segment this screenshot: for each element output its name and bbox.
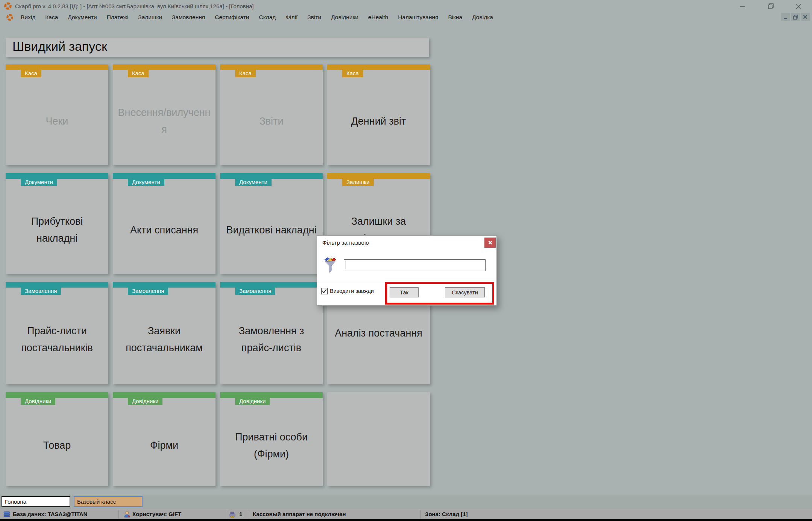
tile-category-tab: Документи (235, 179, 272, 186)
tile-category-bar (220, 392, 323, 398)
tile-category-bar (113, 392, 216, 398)
tile-category-bar (220, 64, 323, 70)
tile-category-tab: Документи (128, 179, 164, 186)
menu-item-ehealth[interactable]: eHealth (363, 12, 393, 22)
status-database: База даних: TASA3@TITAN (13, 511, 87, 517)
dialog-separator (317, 283, 496, 283)
quick-launch-tile[interactable]: ДокументиВидаткові накладні (220, 173, 323, 274)
tile-category-tab: Каса (342, 70, 363, 77)
tile-label: Приватні особи (Фірми) (220, 405, 323, 486)
filter-funnel-icon (324, 256, 337, 273)
quick-launch-tile[interactable]: ДовідникиФірми (113, 392, 216, 486)
menu-item-склад[interactable]: Склад (254, 12, 281, 22)
tile-label: Прибуткові накладні (6, 186, 108, 274)
tile-category-tab: Замовлення (128, 288, 168, 295)
mdi-restore-icon (793, 15, 798, 20)
minimize-icon (740, 3, 745, 9)
window-titlebar: Скарб pro v. 4.0.2.83 [ІД: ] - [Апт №003… (0, 0, 812, 12)
tab-holovna[interactable]: Головна (2, 496, 70, 507)
quick-launch-tile[interactable]: ЗамовленняЗамовлення з прайс-листів (220, 282, 323, 384)
always-show-checkbox[interactable] (321, 288, 328, 294)
tile-label: Прайс-листи постачальників (6, 295, 108, 384)
menu-item-залишки[interactable]: Залишки (133, 12, 167, 22)
document-tab-strip: Головна Базовый класс (0, 495, 812, 509)
tile-category-bar (6, 282, 108, 288)
checkmark-icon (322, 288, 327, 294)
menu-item-вікна[interactable]: Вікна (443, 12, 467, 22)
menu-item-довідка[interactable]: Довідка (467, 12, 498, 22)
quick-launch-tile[interactable]: ДокументиАкти списання (113, 173, 216, 274)
status-register-message: Кассовый аппарат не подключен (253, 511, 346, 517)
tile-category-bar (6, 64, 108, 70)
quick-launch-tile[interactable]: ДокументиПрибуткові накладні (6, 173, 108, 274)
menu-item-вихід[interactable]: Вихід (16, 12, 40, 22)
quick-launch-tile[interactable] (327, 392, 430, 486)
tile-label: Заявки постачальникам (113, 295, 216, 384)
menu-logo-icon (6, 14, 14, 21)
restore-button[interactable] (763, 2, 779, 11)
close-button[interactable] (790, 2, 806, 11)
mdi-window-controls (781, 13, 810, 21)
tile-category-tab: Довідники (235, 398, 270, 405)
user-icon (123, 510, 131, 518)
mdi-restore-button[interactable] (791, 13, 800, 21)
tile-label: Акти списання (113, 186, 216, 274)
mdi-minimize-button[interactable] (781, 13, 790, 21)
tile-category-bar (327, 64, 430, 70)
status-zone: Зона: Склад [1] (425, 511, 468, 517)
quick-launch-tile[interactable]: ЗамовленняПрайс-листи постачальників (6, 282, 108, 384)
tile-category-bar (327, 173, 430, 179)
window-title: Скарб pro v. 4.0.2.83 [ІД: ] - [Апт №003… (15, 0, 253, 12)
menu-item-довідники[interactable]: Довідники (326, 12, 363, 22)
quick-launch-tile[interactable]: КасаЧеки (6, 64, 108, 165)
tile-category-bar (6, 392, 108, 398)
tile-category-tab: Довідники (21, 398, 55, 405)
tile-category-bar (113, 173, 216, 179)
menu-items: ВихідКасаДокументиПлатежіЗалишкиЗамовлен… (16, 12, 498, 22)
cancel-button[interactable]: Скасувати (445, 287, 485, 297)
tile-category-bar (220, 173, 323, 179)
minimize-button[interactable] (734, 2, 751, 11)
menu-item-платежі[interactable]: Платежі (102, 12, 134, 22)
quick-launch-header: Швидкий запуск (6, 38, 429, 57)
app-logo-icon (4, 2, 12, 10)
dialog-close-icon (488, 241, 492, 245)
quick-launch-tile[interactable]: КасаВнесення/вилучення (113, 64, 216, 165)
dialog-close-button[interactable] (484, 238, 496, 248)
restore-icon (768, 3, 774, 9)
quick-launch-tile[interactable]: КасаДенний звіт (327, 64, 430, 165)
close-icon (795, 4, 801, 9)
status-user: Користувач: GIFT (132, 511, 181, 517)
tile-category-bar (220, 282, 323, 288)
quick-launch-tile[interactable]: ДовідникиТовар (6, 392, 108, 486)
menu-item-замовлення[interactable]: Замовлення (167, 12, 210, 22)
tile-category-tab: Каса (21, 70, 41, 77)
tile-category-tab: Довідники (128, 398, 162, 405)
status-separator (248, 510, 248, 519)
menu-item-документи[interactable]: Документи (63, 12, 102, 22)
filter-name-input[interactable] (344, 259, 486, 271)
quick-launch-tile[interactable]: ДовідникиПриватні особи (Фірми) (220, 392, 323, 486)
dialog-title: Фільтр за назвою (322, 239, 369, 246)
tile-category-tab: Замовлення (235, 288, 275, 295)
screen-edge-strip (0, 519, 812, 521)
filter-dialog: Фільтр за назвою Виводити завжди Так Ска… (317, 235, 497, 306)
mdi-close-button[interactable] (801, 13, 810, 21)
menu-item-звіти[interactable]: Звіти (302, 12, 326, 22)
database-icon (3, 510, 11, 518)
quick-launch-tile[interactable]: КасаЗвіти (220, 64, 323, 165)
menu-item-сертифікати[interactable]: Сертифікати (210, 12, 254, 22)
tile-category-tab: Залишки (342, 179, 374, 186)
tile-label (327, 392, 430, 486)
text-caret (346, 261, 346, 269)
menu-item-філії[interactable]: Філії (281, 12, 302, 22)
tile-category-tab: Замовлення (21, 288, 61, 295)
quick-launch-tile[interactable]: ЗамовленняЗаявки постачальникам (113, 282, 216, 384)
ok-button[interactable]: Так (390, 287, 419, 297)
menu-item-налаштування[interactable]: Налаштування (393, 12, 443, 22)
status-separator (226, 510, 226, 519)
tile-label: Внесення/вилучення (113, 77, 216, 165)
tab-bazovyi-klass[interactable]: Базовый класс (74, 496, 143, 507)
tile-label: Звіти (220, 77, 323, 165)
menu-item-каса[interactable]: Каса (40, 12, 63, 22)
